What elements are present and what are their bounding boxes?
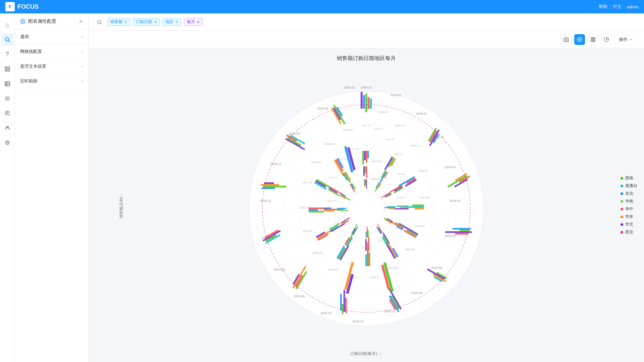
config-item-general[interactable]: 通用 › — [15, 29, 88, 44]
filter-tag-month[interactable]: 每月 ✕ — [184, 18, 203, 26]
svg-text:2017-12: 2017-12 — [371, 160, 381, 163]
svg-text:2016-11: 2016-11 — [327, 200, 336, 202]
legend-item-gangaotai: 港澳台 — [621, 183, 637, 189]
legend-item-xinan: 西南 — [621, 175, 637, 181]
filter-tag-sales[interactable]: 销售额 ✕ — [107, 18, 130, 26]
svg-rect-187 — [363, 166, 365, 176]
filter-close-month[interactable]: ✕ — [197, 20, 200, 24]
config-icon — [20, 19, 25, 24]
config-item-tooltip[interactable]: 悬浮文本设置 › — [15, 59, 88, 74]
svg-rect-234 — [389, 208, 395, 209]
svg-rect-129 — [340, 294, 342, 311]
chart-legend: 西南 港澳台 东北 华南 华中 — [621, 175, 637, 235]
sidebar-item-home[interactable]: ⌂ — [1, 19, 13, 31]
legend-item-huadong: 华东 — [621, 214, 637, 220]
svg-text:2020-02: 2020-02 — [320, 311, 331, 315]
legend-dot-huazhong — [621, 208, 623, 210]
svg-rect-242 — [367, 227, 368, 238]
svg-point-13 — [98, 20, 101, 23]
svg-text:2019-04: 2019-04 — [317, 107, 328, 110]
config-item-grid[interactable]: 网格线配置 › — [15, 44, 88, 59]
chart-area: 操作 销售额订购日期地区每月 销售额(总和) — [89, 31, 644, 362]
svg-text:2020-12: 2020-12 — [361, 86, 372, 89]
svg-rect-250 — [337, 210, 348, 211]
filter-close-date[interactable]: ✕ — [154, 20, 157, 24]
sidebar-item-settings[interactable]: ⚙ — [1, 137, 13, 149]
svg-rect-189 — [366, 166, 367, 178]
svg-text:2017-11: 2017-11 — [303, 181, 313, 184]
x-axis-chevron-icon — [378, 352, 382, 356]
filter-toolbar: 销售额 ✕ 订购日期 ✕ 地区 ✕ 每月 ✕ — [89, 13, 644, 31]
svg-text:2017-01: 2017-01 — [371, 178, 381, 181]
svg-rect-223 — [364, 179, 365, 187]
svg-text:2018-06: 2018-06 — [324, 142, 334, 145]
svg-rect-104 — [368, 97, 370, 109]
language-switch[interactable]: 中文 — [613, 4, 622, 10]
legend-item-xibei: 西北 — [621, 229, 637, 235]
config-panel: 图表属性配置 ✕ 通用 › 网格线配置 › 悬浮文本设置 › 定时刷新 › — [15, 13, 89, 362]
sidebar-item-files[interactable] — [1, 93, 13, 105]
svg-rect-196 — [397, 205, 409, 207]
svg-rect-232 — [387, 206, 395, 207]
svg-rect-116 — [445, 231, 472, 233]
help-link[interactable]: 帮助 — [599, 4, 607, 10]
svg-rect-161 — [407, 206, 424, 208]
svg-rect-17 — [591, 38, 595, 42]
search-button[interactable] — [94, 17, 105, 27]
user-menu[interactable]: admin — [627, 4, 639, 9]
svg-text:2016-04: 2016-04 — [328, 176, 337, 179]
svg-text:2018-01: 2018-01 — [418, 169, 428, 172]
svg-line-1 — [8, 41, 10, 42]
config-panel-title: 图表属性配置 — [28, 18, 56, 24]
filter-close-sales[interactable]: ✕ — [124, 20, 127, 24]
svg-rect-162 — [415, 208, 424, 209]
chevron-right-icon: › — [82, 49, 83, 54]
sidebar-item-reports[interactable] — [1, 63, 13, 75]
svg-rect-251 — [337, 209, 344, 210]
svg-text:2020-12: 2020-12 — [344, 86, 355, 89]
svg-point-259 — [348, 190, 384, 227]
svg-text:2020-01: 2020-01 — [390, 94, 401, 97]
chevron-right-icon: › — [82, 64, 83, 69]
sidebar-item-help[interactable]: ? — [1, 48, 13, 60]
svg-text:2018-08: 2018-08 — [343, 128, 353, 131]
chevron-right-icon: › — [82, 35, 83, 39]
legend-item-huabei: 华北 — [621, 222, 637, 227]
svg-text:2018-11: 2018-11 — [410, 144, 420, 147]
y-axis-label: 销售额(总和) — [119, 192, 124, 218]
svg-rect-160 — [412, 204, 424, 206]
svg-text:2018-01: 2018-01 — [449, 199, 461, 202]
svg-text:2019-04: 2019-04 — [313, 251, 323, 254]
sidebar-item-usergroup[interactable] — [1, 107, 13, 119]
svg-rect-126 — [345, 298, 347, 313]
x-axis-label[interactable]: 订购日期(每月) — [350, 351, 382, 357]
sidebar-item-table[interactable] — [1, 78, 13, 90]
svg-rect-188 — [365, 166, 366, 174]
svg-text:2016-01: 2016-01 — [397, 173, 406, 175]
chevron-down-icon — [629, 38, 633, 42]
sidebar-item-search[interactable] — [1, 34, 13, 46]
svg-rect-5 — [8, 70, 9, 71]
chart-tool-settings[interactable] — [574, 34, 585, 45]
chart-tool-pie[interactable] — [601, 34, 612, 45]
svg-rect-179 — [309, 209, 318, 211]
svg-text:2018-02: 2018-02 — [415, 225, 425, 228]
svg-text:2017-08: 2017-08 — [350, 148, 359, 150]
legend-item-huazhong: 华中 — [621, 206, 637, 212]
operate-button[interactable]: 操作 — [614, 35, 637, 44]
svg-text:2019-03: 2019-03 — [444, 234, 455, 238]
main-area: 销售额 ✕ 订购日期 ✕ 地区 ✕ 每月 ✕ — [89, 13, 644, 362]
svg-rect-127 — [343, 290, 345, 312]
sidebar-item-user[interactable] — [1, 122, 13, 134]
svg-text:2017-06: 2017-06 — [338, 158, 347, 160]
chart-tool-grid[interactable] — [588, 34, 598, 45]
chart-tool-camera[interactable] — [561, 34, 572, 45]
filter-close-region[interactable]: ✕ — [175, 20, 178, 24]
config-panel-close[interactable]: ✕ — [79, 19, 83, 24]
filter-tag-date[interactable]: 订购日期 ✕ — [133, 18, 160, 26]
svg-rect-6 — [5, 81, 10, 86]
config-item-refresh[interactable]: 定时刷新 › — [15, 74, 88, 88]
filter-tag-region[interactable]: 地区 ✕ — [162, 18, 181, 26]
topbar-right: 帮助 中文 admin — [599, 4, 639, 10]
svg-rect-117 — [455, 233, 469, 235]
